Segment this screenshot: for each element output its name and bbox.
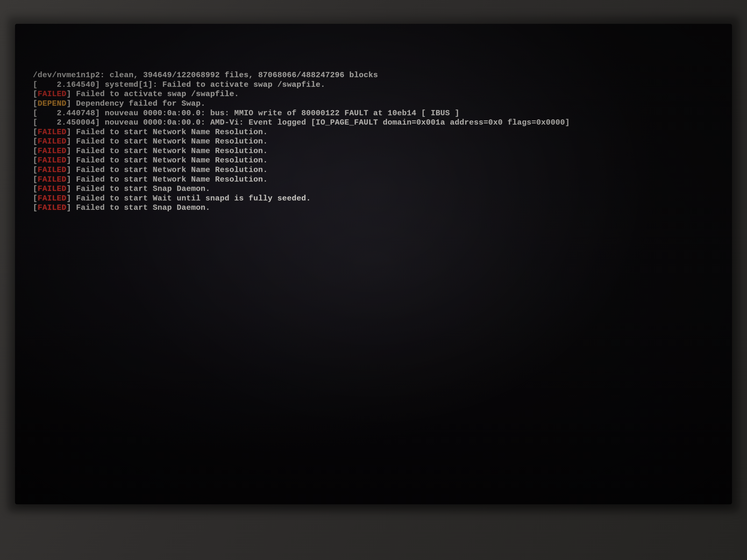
status-tag-failed: FAILED [37,175,66,184]
boot-log-text: ] Failed to start Network Name Resolutio… [66,156,268,165]
boot-log-line: [FAILED] Failed to start Network Name Re… [33,137,714,146]
boot-log-text: [ [33,184,38,193]
boot-log-text: [ [33,90,38,99]
boot-log-text: ] Failed to start Snap Daemon. [66,203,210,212]
boot-log-text: [ [33,128,38,136]
status-tag-failed: FAILED [37,137,66,146]
boot-log-text: /dev/nvme1n1p2: clean, 394649/122068992 … [33,71,378,80]
status-tag-failed: FAILED [37,156,66,165]
boot-log-text: [ [33,194,38,203]
boot-log-text: [ 2.164540] systemd[1]: Failed to activa… [33,80,326,89]
boot-log-text: [ [33,137,38,146]
boot-log-text: ] Failed to activate swap /swapfile. [66,90,239,99]
boot-log-text: [ [33,175,38,184]
status-tag-failed: FAILED [37,203,66,212]
status-tag-failed: FAILED [37,146,66,155]
boot-log-line: [FAILED] Failed to start Wait until snap… [33,194,714,203]
monitor-screen: /dev/nvme1n1p2: clean, 394649/122068992 … [15,24,732,504]
monitor-bezel: /dev/nvme1n1p2: clean, 394649/122068992 … [15,24,732,504]
boot-log-line: [DEPEND] Dependency failed for Swap. [33,99,714,109]
screen-content: /dev/nvme1n1p2: clean, 394649/122068992 … [15,24,732,504]
boot-log-text: ] Failed to start Network Name Resolutio… [66,137,268,146]
boot-log-text: ] Failed to start Network Name Resolutio… [66,146,268,155]
boot-log-text: [ [33,165,38,174]
boot-log-line: [ 2.450004] nouveau 0000:0a:00.0: AMD-Vi… [33,118,714,128]
status-tag-failed: FAILED [37,184,66,193]
boot-log-line: [FAILED] Failed to start Network Name Re… [33,128,714,137]
boot-log-line: [FAILED] Failed to start Network Name Re… [33,156,714,165]
boot-log-text: [ [33,156,38,165]
boot-log-text: [ [33,203,38,212]
status-tag-failed: FAILED [37,165,66,174]
boot-log-line: [ 2.164540] systemd[1]: Failed to activa… [33,80,714,90]
boot-log-line: [FAILED] Failed to start Snap Daemon. [33,203,714,213]
boot-log-text: ] Failed to start Network Name Resolutio… [66,175,268,184]
boot-log-text: ] Dependency failed for Swap. [66,99,205,108]
boot-log-text: [ 2.450004] nouveau 0000:0a:00.0: AMD-Vi… [33,118,570,127]
status-tag-depend: DEPEND [37,99,66,108]
boot-log-line: [FAILED] Failed to activate swap /swapfi… [33,89,714,99]
boot-log-line: [ 2.440748] nouveau 0000:0a:00.0: bus: M… [33,109,714,118]
boot-log-line: [FAILED] Failed to start Network Name Re… [33,165,714,175]
boot-log-text: [ [33,99,38,108]
status-tag-failed: FAILED [37,128,66,136]
boot-log-text: [ 2.440748] nouveau 0000:0a:00.0: bus: M… [33,109,460,117]
boot-log-text: ] Failed to start Network Name Resolutio… [66,128,268,136]
boot-log: /dev/nvme1n1p2: clean, 394649/122068992 … [33,71,714,213]
boot-log-text: ] Failed to start Wait until snapd is fu… [66,194,311,203]
boot-log-line: [FAILED] Failed to start Snap Daemon. [33,184,714,194]
boot-log-line: [FAILED] Failed to start Network Name Re… [33,175,714,184]
boot-log-line: [FAILED] Failed to start Network Name Re… [33,146,714,156]
boot-log-text: ] Failed to start Snap Daemon. [66,184,210,193]
status-tag-failed: FAILED [37,194,66,203]
boot-log-text: ] Failed to start Network Name Resolutio… [66,165,268,174]
boot-log-line: /dev/nvme1n1p2: clean, 394649/122068992 … [33,71,714,80]
photo-surface: /dev/nvme1n1p2: clean, 394649/122068992 … [0,0,747,560]
boot-log-text: [ [33,146,38,155]
status-tag-failed: FAILED [37,90,66,99]
